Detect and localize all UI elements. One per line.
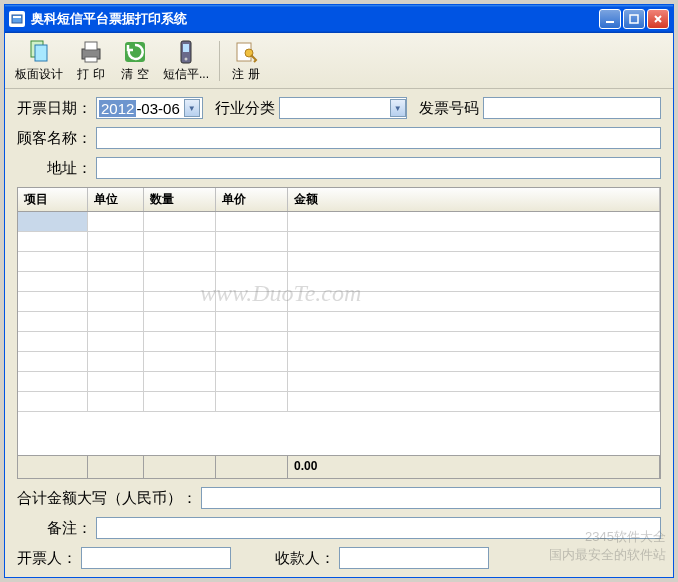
register-label: 注 册: [232, 66, 259, 83]
total-caps-input[interactable]: [201, 487, 661, 509]
register-button[interactable]: 注 册: [224, 36, 268, 85]
toolbar-separator: [219, 41, 220, 81]
category-label: 行业分类: [215, 99, 275, 118]
table-row[interactable]: [18, 252, 660, 272]
issuer-label: 开票人：: [17, 549, 77, 568]
sms-button[interactable]: 短信平...: [157, 36, 215, 85]
grid-body[interactable]: [18, 212, 660, 455]
clear-button[interactable]: 清 空: [113, 36, 157, 85]
table-row[interactable]: [18, 232, 660, 252]
category-combo[interactable]: ▼: [279, 97, 407, 119]
grid-footer: 0.00: [18, 455, 660, 478]
row-date-category: 开票日期： 2012-03-06 ▼ 行业分类 ▼ 发票号码: [17, 97, 661, 119]
col-amount[interactable]: 金额: [288, 188, 660, 211]
window-controls: [599, 9, 669, 29]
sms-label: 短信平...: [163, 66, 209, 83]
svg-point-12: [185, 58, 188, 61]
design-icon: [25, 38, 53, 66]
table-row[interactable]: [18, 312, 660, 332]
table-row[interactable]: [18, 332, 660, 352]
svg-rect-1: [13, 16, 21, 18]
date-rest: -03-06: [136, 100, 179, 117]
svg-rect-5: [35, 45, 47, 61]
print-button[interactable]: 打 印: [69, 36, 113, 85]
printer-icon: [77, 38, 105, 66]
design-button[interactable]: 板面设计: [9, 36, 69, 85]
titlebar: 奥科短信平台票据打印系统: [5, 5, 673, 33]
svg-rect-7: [85, 42, 97, 50]
svg-rect-11: [183, 44, 189, 52]
items-grid: 项目 单位 数量 单价 金额: [17, 187, 661, 479]
col-item[interactable]: 项目: [18, 188, 88, 211]
grid-cell[interactable]: [88, 212, 144, 231]
svg-rect-8: [85, 57, 97, 62]
grid-cell[interactable]: [18, 212, 88, 231]
date-dropdown-icon[interactable]: ▼: [184, 99, 200, 117]
category-dropdown-icon[interactable]: ▼: [390, 99, 406, 117]
col-price[interactable]: 单价: [216, 188, 288, 211]
customer-input[interactable]: [96, 127, 661, 149]
total-caps-label: 合计金额大写（人民币）：: [17, 489, 197, 508]
invoice-no-input[interactable]: [483, 97, 661, 119]
footer-cell: [88, 456, 144, 478]
close-button[interactable]: [647, 9, 669, 29]
svg-rect-3: [630, 15, 638, 23]
app-icon: [9, 11, 25, 27]
row-total-caps: 合计金额大写（人民币）：: [17, 487, 661, 509]
print-label: 打 印: [77, 66, 104, 83]
payee-label: 收款人：: [275, 549, 335, 568]
table-row[interactable]: [18, 212, 660, 232]
minimize-button[interactable]: [599, 9, 621, 29]
row-customer: 顾客名称：: [17, 127, 661, 149]
grid-cell[interactable]: [216, 212, 288, 231]
date-picker[interactable]: 2012-03-06 ▼: [96, 97, 203, 119]
col-unit[interactable]: 单位: [88, 188, 144, 211]
table-row[interactable]: [18, 372, 660, 392]
window-title: 奥科短信平台票据打印系统: [31, 10, 599, 28]
issuer-input[interactable]: [81, 547, 231, 569]
table-row[interactable]: [18, 272, 660, 292]
clear-label: 清 空: [121, 66, 148, 83]
key-icon: [232, 38, 260, 66]
grid-cell[interactable]: [144, 212, 216, 231]
customer-label: 顾客名称：: [17, 129, 92, 148]
app-window: 奥科短信平台票据打印系统 板面设计 打 印: [4, 4, 674, 578]
footer-cell: [216, 456, 288, 478]
grid-header: 项目 单位 数量 单价 金额: [18, 188, 660, 212]
maximize-button[interactable]: [623, 9, 645, 29]
row-remark: 备注：: [17, 517, 661, 539]
table-row[interactable]: [18, 392, 660, 412]
table-row[interactable]: [18, 292, 660, 312]
invoice-no-label: 发票号码: [419, 99, 479, 118]
design-label: 板面设计: [15, 66, 63, 83]
date-label: 开票日期：: [17, 99, 92, 118]
table-row[interactable]: [18, 352, 660, 372]
content-area: 开票日期： 2012-03-06 ▼ 行业分类 ▼ 发票号码 顾客名称： 地址：…: [5, 89, 673, 577]
refresh-icon: [121, 38, 149, 66]
row-address: 地址：: [17, 157, 661, 179]
remark-input[interactable]: [96, 517, 661, 539]
grid-cell[interactable]: [288, 212, 660, 231]
address-label: 地址：: [47, 159, 92, 178]
col-qty[interactable]: 数量: [144, 188, 216, 211]
payee-input[interactable]: [339, 547, 489, 569]
svg-rect-2: [606, 21, 614, 23]
toolbar: 板面设计 打 印 清 空 短信平... 注 册: [5, 33, 673, 89]
footer-total: 0.00: [288, 456, 660, 478]
footer-cell: [144, 456, 216, 478]
category-input[interactable]: [280, 98, 390, 118]
phone-icon: [172, 38, 200, 66]
footer-cell: [18, 456, 88, 478]
address-input[interactable]: [96, 157, 661, 179]
remark-label: 备注：: [47, 519, 92, 538]
row-issuer-payee: 开票人： 收款人：: [17, 547, 661, 569]
date-year: 2012: [99, 100, 136, 117]
